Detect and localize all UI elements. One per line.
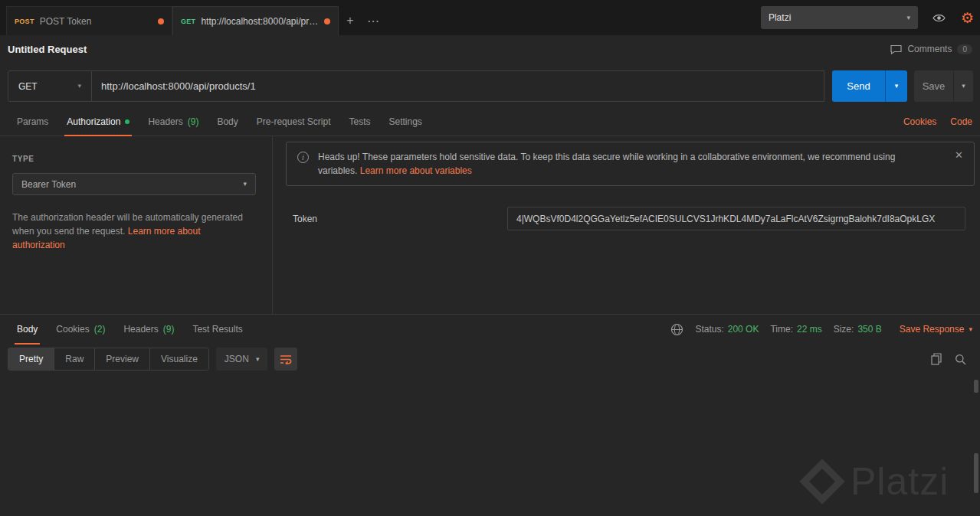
settings-gear-icon[interactable]: [961, 11, 974, 25]
tab-label: Params: [17, 116, 48, 127]
view-raw-button[interactable]: Raw: [54, 348, 95, 370]
search-icon[interactable]: [955, 354, 966, 365]
tab-params[interactable]: Params: [8, 108, 57, 136]
close-icon[interactable]: [955, 150, 963, 160]
method-value: GET: [18, 81, 38, 92]
chevron-down-icon: [77, 83, 81, 90]
tab-pre-request-script[interactable]: Pre-request Script: [247, 108, 340, 136]
send-options-button[interactable]: [885, 70, 907, 102]
url-builder: GET Send Save: [8, 70, 973, 102]
token-label: Token: [293, 214, 317, 224]
banner-text: Heads up! These parameters hold sensitiv…: [318, 150, 931, 178]
response-view-toolbar: Pretty Raw Preview Visualize JSON: [0, 344, 980, 374]
tab-settings[interactable]: Settings: [380, 108, 431, 136]
wrap-lines-button[interactable]: [274, 348, 297, 371]
size-label: Size:: [834, 324, 854, 335]
save-response-button[interactable]: Save Response: [900, 324, 972, 335]
size-pair: Size: 350 B: [834, 324, 882, 335]
tab-label: Headers: [123, 324, 158, 335]
response-tab-headers[interactable]: Headers (9): [114, 315, 183, 344]
status-pair: Status: 200 OK: [695, 324, 759, 335]
type-label: TYPE: [12, 155, 260, 163]
comment-icon: [890, 44, 902, 54]
info-icon: [297, 152, 309, 163]
chevron-down-icon: [895, 83, 899, 90]
response-tab-body[interactable]: Body: [8, 315, 47, 344]
wrap-text-icon: [280, 354, 292, 364]
tab-title: http://localhost:8000/api/produ...: [201, 16, 319, 27]
view-pretty-button[interactable]: Pretty: [8, 348, 54, 370]
cookies-link[interactable]: Cookies: [903, 116, 936, 127]
auth-description: The authorization header will be automat…: [12, 211, 244, 252]
chevron-down-icon: [906, 15, 910, 21]
chevron-down-icon: [969, 326, 972, 333]
view-mode-group: Pretty Raw Preview Visualize: [8, 348, 209, 371]
topbar-right-cluster: Platzi: [761, 6, 974, 29]
tab-label: Authorization: [67, 116, 120, 127]
environment-quicklook-button[interactable]: [929, 7, 950, 28]
eye-icon: [932, 13, 946, 23]
status-value: 200 OK: [728, 324, 759, 335]
tab-options-button[interactable]: ⋯: [362, 6, 385, 35]
url-input[interactable]: [92, 70, 824, 102]
chevron-down-icon: [256, 356, 260, 363]
view-visualize-button[interactable]: Visualize: [150, 348, 208, 370]
workspace-selector[interactable]: Platzi: [761, 6, 918, 29]
response-tab-test-results[interactable]: Test Results: [183, 315, 251, 344]
code-link[interactable]: Code: [950, 116, 972, 127]
tab-label: Settings: [389, 116, 422, 127]
comments-count: 0: [957, 44, 972, 54]
auth-type-dropdown[interactable]: Bearer Token: [12, 173, 256, 195]
send-button-group: Send: [832, 70, 907, 102]
size-value: 350 B: [857, 324, 881, 335]
new-tab-button[interactable]: +: [339, 6, 362, 35]
format-dropdown[interactable]: JSON: [216, 348, 268, 371]
copy-icon[interactable]: [931, 353, 942, 365]
tab-headers[interactable]: Headers (9): [139, 108, 208, 136]
format-value: JSON: [225, 354, 249, 364]
sensitive-data-banner: Heads up! These parameters hold sensitiv…: [286, 142, 975, 186]
time-value: 22 ms: [797, 324, 822, 335]
response-toolbar-right: [931, 353, 972, 365]
save-options-button[interactable]: [953, 70, 973, 102]
scrollbar-thumb[interactable]: [974, 453, 978, 493]
response-tabs: Body Cookies (2) Headers (9) Test Result…: [0, 315, 980, 344]
request-header: Untitled Request Comments 0: [0, 35, 980, 63]
learn-more-variables-link[interactable]: Learn more about variables: [360, 165, 472, 176]
response-panel: Body Cookies (2) Headers (9) Test Result…: [0, 314, 980, 516]
tab-label: Tests: [349, 116, 370, 127]
view-preview-button[interactable]: Preview: [95, 348, 150, 370]
tab-count: (2): [94, 324, 106, 335]
tab-authorization[interactable]: Authorization: [57, 108, 139, 136]
tab-body[interactable]: Body: [208, 108, 247, 136]
chevron-down-icon: [243, 181, 247, 188]
response-meta: Status: 200 OK Time: 22 ms Size: 350 B S…: [670, 315, 972, 344]
tab-label: Body: [217, 116, 238, 127]
auth-active-dot-icon: [125, 119, 129, 124]
token-row: Token: [293, 207, 965, 230]
tab-count: (9): [188, 116, 199, 127]
method-dropdown[interactable]: GET: [8, 70, 92, 102]
tab-label: Body: [17, 324, 38, 335]
authorization-detail-panel: Heads up! These parameters hold sensitiv…: [274, 136, 980, 314]
scrollbar-thumb[interactable]: [974, 380, 978, 393]
request-section-tabs: Params Authorization Headers (9) Body Pr…: [0, 108, 980, 136]
time-pair: Time: 22 ms: [770, 324, 821, 335]
workspace-name: Platzi: [769, 12, 791, 23]
tab-label: Pre-request Script: [257, 116, 331, 127]
time-label: Time:: [770, 324, 793, 335]
status-label: Status:: [695, 324, 723, 335]
comments-button[interactable]: Comments 0: [890, 44, 972, 54]
workspace-tab-post-token[interactable]: POST POST Token: [6, 6, 172, 35]
tab-label: Cookies: [56, 324, 89, 335]
send-button[interactable]: Send: [832, 70, 885, 102]
response-tab-cookies[interactable]: Cookies (2): [47, 315, 114, 344]
tab-tests[interactable]: Tests: [339, 108, 379, 136]
workspace-tab-get-products[interactable]: GET http://localhost:8000/api/produ...: [172, 6, 339, 35]
tab-label: Test Results: [192, 324, 242, 335]
save-button[interactable]: Save: [914, 70, 953, 102]
chevron-down-icon: [962, 83, 965, 90]
token-input[interactable]: [507, 207, 965, 230]
network-globe-icon[interactable]: [670, 323, 683, 336]
request-title: Untitled Request: [8, 44, 87, 55]
